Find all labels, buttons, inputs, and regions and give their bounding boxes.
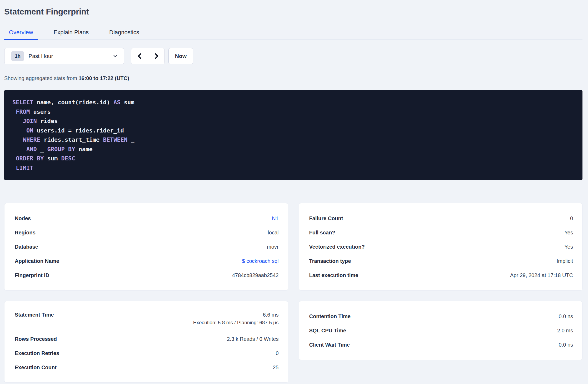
kv-label: Client Wait Time — [309, 342, 350, 348]
kv-value: 0 — [276, 350, 278, 356]
kv-label: Transaction type — [309, 258, 351, 264]
kv-value-wrap: 4784cb829aab2542 — [232, 272, 279, 278]
chevron-left-icon — [137, 52, 143, 60]
sql-text: name — [75, 146, 92, 152]
sql-keyword: LIMIT — [16, 165, 33, 171]
sql-text: users.id = rides.rider_id — [33, 127, 124, 134]
sql-keyword: ON — [26, 127, 33, 134]
card-statement-times: Statement Time6.6 msExecution: 5.8 ms / … — [4, 301, 288, 383]
sql-line: AND _ GROUP BY name — [12, 145, 575, 154]
kv-label: Regions — [15, 230, 36, 236]
tab-diagnostics-label: Diagnostics — [109, 29, 139, 36]
kv-label: Contention Time — [309, 313, 351, 319]
sql-keyword: FROM — [16, 109, 30, 115]
sql-text: users — [30, 109, 51, 115]
kv-value: Implicit — [557, 258, 573, 264]
sql-text: _ — [33, 165, 40, 171]
tab-explain-plans-label: Explain Plans — [54, 29, 89, 36]
stats-note-range: 16:00 to 17:22 (UTC) — [78, 75, 129, 81]
kv-row: Execution Retries0 — [15, 346, 279, 360]
sql-text: rides.start_time — [40, 136, 103, 143]
tab-overview[interactable]: Overview — [4, 26, 38, 39]
tab-overview-label: Overview — [9, 29, 33, 36]
kv-label: Execution Retries — [15, 350, 59, 356]
time-range-label: Past Hour — [28, 53, 112, 59]
kv-value-wrap: Apr 29, 2024 at 17:18 UTC — [510, 272, 573, 278]
kv-value-wrap: local — [268, 230, 278, 236]
sql-line: SELECT name, count(rides.id) AS sum — [12, 98, 575, 107]
sql-text: rides — [37, 118, 58, 124]
prev-range-button[interactable] — [131, 48, 148, 64]
next-range-button[interactable] — [148, 48, 165, 64]
kv-label: Rows Processed — [15, 336, 57, 342]
sql-keyword: GROUP BY — [47, 146, 75, 152]
kv-label: Fingerprint ID — [15, 272, 49, 278]
kv-value-wrap: Yes — [564, 230, 573, 236]
kv-row: Statement Time6.6 msExecution: 5.8 ms / … — [15, 309, 279, 332]
now-button[interactable]: Now — [168, 48, 193, 64]
sql-keyword: AND — [26, 146, 37, 152]
kv-label: Failure Count — [309, 215, 343, 221]
aggregated-stats-note: Showing aggregated stats from 16:00 to 1… — [4, 75, 582, 81]
kv-row: Client Wait Time0.0 ns — [309, 338, 573, 352]
kv-value-wrap: Yes — [564, 244, 573, 250]
sql-text: sum — [44, 155, 61, 162]
sql-keyword: JOIN — [23, 118, 37, 124]
kv-row: Execution Count25 — [15, 360, 279, 375]
sql-text: sum — [121, 99, 134, 106]
statement-fingerprint-page: Statement Fingerprint Overview Explain P… — [0, 0, 588, 384]
kv-value: local — [268, 230, 278, 236]
kv-label: Statement Time — [15, 312, 54, 318]
sql-text — [12, 146, 26, 152]
kv-row: Vectorized execution?Yes — [309, 240, 573, 254]
kv-value-wrap: 25 — [273, 365, 278, 371]
kv-row: Contention Time0.0 ns — [309, 309, 573, 323]
kv-value-link[interactable]: $ cockroach sql — [242, 258, 279, 264]
kv-value: 0.0 ns — [559, 313, 573, 319]
kv-row: NodesN1 — [15, 211, 279, 225]
kv-value-wrap: 2.3 k Reads / 0 Writes — [227, 336, 278, 342]
summary-cards: NodesN1RegionslocalDatabasemovrApplicati… — [4, 203, 582, 383]
kv-row: Regionslocal — [15, 225, 279, 240]
kv-row: Databasemovr — [15, 240, 279, 254]
kv-value: 0 — [570, 215, 573, 221]
sql-text: _ — [127, 136, 134, 143]
kv-row: Application Name$ cockroach sql — [15, 254, 279, 268]
time-range-dropdown[interactable]: 1h Past Hour — [4, 48, 124, 64]
kv-value-wrap: Implicit — [557, 258, 573, 264]
kv-value-wrap: $ cockroach sql — [242, 258, 279, 264]
sql-line: FROM users — [12, 107, 575, 117]
sql-code: SELECT name, count(rides.id) AS sum FROM… — [12, 98, 575, 173]
kv-value-link[interactable]: N1 — [272, 215, 279, 221]
kv-row: SQL CPU Time2.0 ms — [309, 323, 573, 338]
sql-line: JOIN rides — [12, 116, 575, 126]
kv-value-wrap: 0.0 ns — [559, 342, 573, 348]
card-execution-attributes: Failure Count0Full scan?YesVectorized ex… — [299, 203, 583, 291]
tab-diagnostics[interactable]: Diagnostics — [104, 26, 144, 39]
card-statement-details: NodesN1RegionslocalDatabasemovrApplicati… — [4, 203, 288, 291]
sql-keyword: DESC — [61, 155, 75, 162]
sql-text — [12, 109, 16, 115]
interval-badge: 1h — [11, 51, 24, 61]
kv-value: 0.0 ns — [559, 342, 573, 348]
kv-value: Yes — [564, 244, 573, 250]
kv-label: Execution Count — [15, 365, 57, 371]
now-button-label: Now — [175, 53, 187, 59]
page-title: Statement Fingerprint — [4, 7, 582, 17]
stats-note-prefix: Showing aggregated stats from — [4, 75, 77, 81]
time-range-arrows — [131, 48, 165, 64]
tab-explain-plans[interactable]: Explain Plans — [49, 26, 93, 39]
kv-label: Vectorized execution? — [309, 244, 365, 250]
tab-bar: Overview Explain Plans Diagnostics — [4, 26, 582, 40]
kv-value-wrap: 0.0 ns — [559, 313, 573, 319]
sql-text — [12, 136, 23, 143]
kv-label: Database — [15, 244, 38, 250]
sql-line: WHERE rides.start_time BETWEEN _ — [12, 135, 575, 145]
kv-value: 6.6 ms — [193, 312, 279, 318]
chevron-down-icon — [112, 53, 118, 59]
kv-value: 4784cb829aab2542 — [232, 272, 279, 278]
sql-text — [12, 127, 26, 134]
kv-value-wrap: 6.6 msExecution: 5.8 ms / Planning: 687.… — [193, 312, 279, 326]
kv-value-wrap: N1 — [272, 215, 279, 221]
sql-line: LIMIT _ — [12, 163, 575, 173]
